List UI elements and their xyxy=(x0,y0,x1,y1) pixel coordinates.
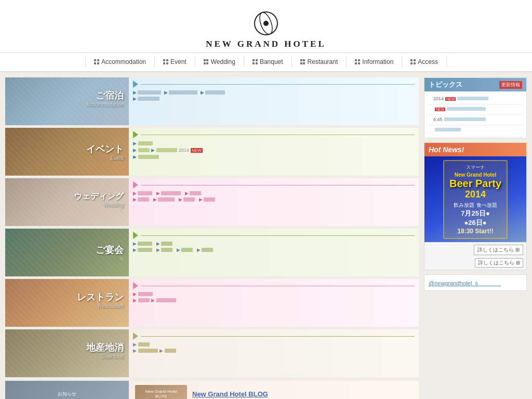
topic-date-4 xyxy=(429,127,433,134)
hotnews-image[interactable]: スマーナ New Grand Hotel Beer Party 2014 飲み放… xyxy=(424,156,526,242)
new-badge-2: NEW xyxy=(435,108,445,111)
cat-row-event: イベント Event ▶ ▶ ▶ 2014 xyxy=(5,128,419,176)
nav-banquet[interactable]: Banquet xyxy=(244,57,292,67)
cat-content-accommodation: ▶ ▶ ▶ ▶ xyxy=(129,77,419,125)
topic-item-4[interactable] xyxy=(429,125,522,135)
cat-image-accommodation[interactable]: ご宿泊 Accommodation ✎ xyxy=(5,77,129,125)
nav-restaurant-grid-icon xyxy=(300,59,305,64)
hotnews-box: Hot News! スマーナ New Grand Hotel Beer Part… xyxy=(424,142,527,270)
cat-content-banquet: ▶ ▶ ▶ ▶ xyxy=(129,229,419,276)
beer-party-date2: ●26日● xyxy=(449,218,501,228)
twitter-link[interactable]: @newgrandhotel_s xyxy=(429,280,501,286)
nav-restaurant[interactable]: Restaurant xyxy=(292,57,347,67)
cat-jp-slowfood: 地産地消 xyxy=(86,341,124,354)
topic-text-3 xyxy=(444,117,486,121)
header: NEW GRAND HOTEL xyxy=(0,0,532,53)
beer-party-main: Beer Party xyxy=(449,178,501,189)
nav-banquet-label: Banquet xyxy=(260,58,283,65)
blog-image[interactable]: お知らせ xyxy=(5,381,129,399)
ban-link-1[interactable]: ▶ xyxy=(133,241,152,246)
nav-access[interactable]: Access xyxy=(402,57,447,67)
cat-row-restaurant: レストラン Restaurant ✎ ▶ ▶ ▶ xyxy=(5,279,419,327)
wed-link-3[interactable]: ▶ xyxy=(185,191,201,196)
beer-party-time: 18:30 Start!! xyxy=(449,228,501,235)
new-badge-1: NEW xyxy=(445,97,456,101)
beer-party-date1: 7月25日● xyxy=(449,209,501,218)
topic-text-4 xyxy=(435,128,461,131)
hotel-name: NEW GRAND HOTEL xyxy=(0,39,532,49)
topic-text-1 xyxy=(457,97,488,100)
main-layout: ご宿泊 Accommodation ✎ ▶ ▶ xyxy=(0,72,532,399)
cat-jp-event: イベント xyxy=(86,143,124,155)
cat-content-slowfood: ▶ ▶ ▶ xyxy=(129,329,419,377)
blog-content[interactable]: New Grand HotelBLOG New Grand Hotel BLOG xyxy=(129,381,419,399)
nav-banquet-grid-icon xyxy=(252,59,258,64)
svg-point-2 xyxy=(263,21,269,26)
edit-icon-wedding: ✎ xyxy=(119,208,124,214)
ban-link-6[interactable]: ▶ xyxy=(197,247,213,252)
topic-item-2[interactable]: NEW xyxy=(429,104,522,115)
nav-event-label: Event xyxy=(170,58,187,65)
nav-access-grid-icon xyxy=(410,59,416,64)
nav-grid-icon xyxy=(94,59,99,64)
edit-icon-restaurant: ✎ xyxy=(119,309,124,315)
acc-link-4[interactable]: ▶ xyxy=(133,96,159,101)
cat-en-wedding: Wedding xyxy=(103,202,124,208)
acc-link-2[interactable]: ▶ xyxy=(164,90,197,95)
cat-jp-restaurant: レストラン xyxy=(77,291,124,303)
topics-body: 2014 NEW NEW 6:45 xyxy=(424,91,526,138)
topics-header: トピックス 更新情報 xyxy=(424,78,526,91)
topic-item-1[interactable]: 2014 NEW xyxy=(429,94,522,104)
cat-row-accommodation: ご宿泊 Accommodation ✎ ▶ ▶ xyxy=(5,77,419,125)
hotnews-more-button[interactable]: 詳しくはこちら ⊞ xyxy=(474,245,523,255)
ban-link-2[interactable]: ▶ xyxy=(156,241,172,246)
cat-image-restaurant[interactable]: レストラン Restaurant ✎ xyxy=(5,279,129,327)
nav-information[interactable]: Information xyxy=(347,57,402,67)
cat-image-event[interactable]: イベント Event xyxy=(5,128,129,176)
topic-date-2 xyxy=(429,106,433,113)
nav-wedding[interactable]: Wedding xyxy=(195,57,244,67)
blog-label: New Grand Hotel BLOG xyxy=(192,390,268,398)
nav-access-label: Access xyxy=(418,58,438,65)
topics-title: トピックス xyxy=(429,80,462,89)
wed-link-2[interactable]: ▶ xyxy=(156,191,181,196)
nav-event-grid-icon xyxy=(163,59,168,64)
nav-information-label: Information xyxy=(362,58,393,65)
edit-icon-accommodation: ✎ xyxy=(119,108,124,113)
beer-party-year: 2014 xyxy=(449,189,501,200)
nav-wedding-grid-icon xyxy=(204,59,209,64)
ban-link-4[interactable]: ▶ xyxy=(156,247,172,252)
topics-update-badge: 更新情報 xyxy=(499,81,522,89)
edit-icon-slowfood: ✎ xyxy=(119,360,124,365)
cat-en-event: Event xyxy=(110,155,124,161)
cat-row-banquet: ご宴会 ✎ ▶ ▶ xyxy=(5,229,419,276)
wed-link-5[interactable]: ▶ xyxy=(153,197,175,202)
topics-box: トピックス 更新情報 2014 NEW NEW 6:45 xyxy=(424,77,527,138)
topic-item-3[interactable]: 6:45 xyxy=(429,115,522,125)
acc-link-1[interactable]: ▶ xyxy=(133,90,161,95)
nav-accommodation[interactable]: Accommodation xyxy=(85,57,155,67)
ban-link-5[interactable]: ▶ xyxy=(177,247,193,252)
nav-event[interactable]: Event xyxy=(155,57,195,67)
cat-image-wedding[interactable]: ウェディング Wedding ✎ xyxy=(5,178,129,226)
cat-en-restaurant: Restaurant xyxy=(98,303,124,309)
hotnews-more-bar: 詳しくはこちら ⊞ xyxy=(424,242,526,257)
cat-en-accommodation: Accommodation xyxy=(86,102,124,108)
wed-link-7[interactable]: ▶ xyxy=(199,197,215,202)
main-nav: Accommodation Event Wedding Banquet xyxy=(0,53,532,72)
nav-accommodation-label: Accommodation xyxy=(101,58,146,65)
cat-content-restaurant: ▶ ▶ ▶ xyxy=(129,279,419,327)
hotnews-title: Hot News! xyxy=(429,145,464,154)
ban-link-3[interactable]: ▶ xyxy=(133,247,152,252)
acc-link-3[interactable]: ▶ xyxy=(201,90,225,95)
wed-link-6[interactable]: ▶ xyxy=(179,197,195,202)
wed-link-1[interactable]: ▶ xyxy=(133,191,152,196)
nav-information-grid-icon xyxy=(355,59,360,64)
nav-restaurant-label: Restaurant xyxy=(308,58,338,65)
wed-link-4[interactable]: ▶ xyxy=(133,197,149,202)
topic-date-1: 2014 xyxy=(429,96,444,102)
cat-image-slowfood[interactable]: 地産地消 Slow food ✎ xyxy=(5,329,129,377)
cat-content-wedding: ▶ ▶ ▶ ▶ xyxy=(129,178,419,226)
cat-jp-banquet: ご宴会 xyxy=(96,244,124,256)
cat-image-banquet[interactable]: ご宴会 ✎ xyxy=(5,229,129,276)
